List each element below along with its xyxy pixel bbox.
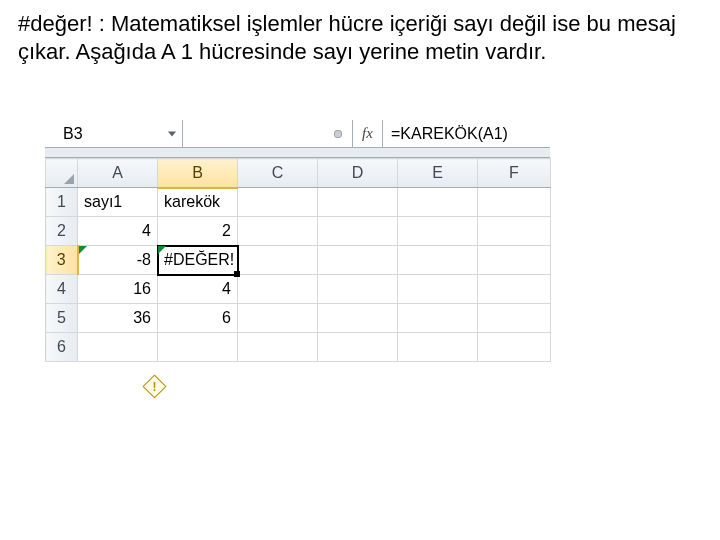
select-all-corner[interactable] — [46, 159, 78, 188]
cell-B6[interactable] — [158, 333, 238, 362]
table-row: 4 16 4 — [46, 275, 551, 304]
cell-F1[interactable] — [478, 188, 551, 217]
cell-C3[interactable] — [238, 246, 318, 275]
row-header-3[interactable]: 3 — [46, 246, 78, 275]
error-triangle-icon — [158, 246, 166, 254]
name-formula-bar: B3 fx =KAREKÖK(A1) — [45, 120, 550, 148]
cell-E1[interactable] — [398, 188, 478, 217]
name-box-value: B3 — [63, 125, 83, 143]
name-box-dropdown-icon[interactable] — [168, 131, 176, 136]
cell-D5[interactable] — [318, 304, 398, 333]
col-header-E[interactable]: E — [398, 159, 478, 188]
cell-E3[interactable] — [398, 246, 478, 275]
cell-A2[interactable]: 4 — [78, 217, 158, 246]
row-header-1[interactable]: 1 — [46, 188, 78, 217]
table-row: 3 -8 #DEĞER! — [46, 246, 551, 275]
warning-diamond-icon: ! — [142, 374, 166, 398]
cell-C1[interactable] — [238, 188, 318, 217]
cell-E5[interactable] — [398, 304, 478, 333]
row-header-6[interactable]: 6 — [46, 333, 78, 362]
col-header-D[interactable]: D — [318, 159, 398, 188]
name-box[interactable]: B3 — [45, 120, 183, 147]
col-header-B[interactable]: B — [158, 159, 238, 188]
error-smart-tag[interactable]: ! — [143, 375, 165, 397]
cell-F4[interactable] — [478, 275, 551, 304]
cell-D1[interactable] — [318, 188, 398, 217]
explanatory-caption: #değer! : Matematiksel işlemler hücre iç… — [0, 0, 720, 66]
cell-A6[interactable] — [78, 333, 158, 362]
cell-B5[interactable]: 6 — [158, 304, 238, 333]
formula-bar-controls — [183, 120, 353, 147]
cell-C6[interactable] — [238, 333, 318, 362]
table-row: 6 — [46, 333, 551, 362]
cell-B1[interactable]: karekök — [158, 188, 238, 217]
formula-confirm-icon[interactable] — [334, 130, 342, 138]
cell-F6[interactable] — [478, 333, 551, 362]
cell-E4[interactable] — [398, 275, 478, 304]
cell-A3-value: -8 — [137, 251, 151, 268]
cell-A5[interactable]: 36 — [78, 304, 158, 333]
table-row: 2 4 2 — [46, 217, 551, 246]
cell-B3-value: #DEĞER! — [164, 251, 234, 268]
row-header-4[interactable]: 4 — [46, 275, 78, 304]
cell-A4[interactable]: 16 — [78, 275, 158, 304]
cell-B2[interactable]: 2 — [158, 217, 238, 246]
cell-A1[interactable]: sayı1 — [78, 188, 158, 217]
cell-E2[interactable] — [398, 217, 478, 246]
select-all-icon — [64, 174, 74, 184]
cell-D2[interactable] — [318, 217, 398, 246]
cell-F5[interactable] — [478, 304, 551, 333]
cell-F3[interactable] — [478, 246, 551, 275]
cell-C5[interactable] — [238, 304, 318, 333]
cell-D6[interactable] — [318, 333, 398, 362]
cell-A3[interactable]: -8 — [78, 246, 158, 275]
table-row: 1 sayı1 karekök — [46, 188, 551, 217]
formula-bar-input[interactable]: =KAREKÖK(A1) — [383, 120, 550, 147]
insert-function-button[interactable]: fx — [353, 120, 383, 147]
worksheet-grid[interactable]: A B C D E F 1 sayı1 karekök 2 4 2 — [45, 158, 551, 362]
col-header-A[interactable]: A — [78, 159, 158, 188]
cell-C4[interactable] — [238, 275, 318, 304]
toolbar-divider — [45, 148, 550, 158]
cell-F2[interactable] — [478, 217, 551, 246]
cell-D4[interactable] — [318, 275, 398, 304]
table-row: 5 36 6 — [46, 304, 551, 333]
cell-B3[interactable]: #DEĞER! — [158, 246, 238, 275]
spreadsheet-screenshot: B3 fx =KAREKÖK(A1) A B C D E F 1 — [45, 120, 550, 362]
column-header-row: A B C D E F — [46, 159, 551, 188]
row-header-5[interactable]: 5 — [46, 304, 78, 333]
cell-E6[interactable] — [398, 333, 478, 362]
col-header-F[interactable]: F — [478, 159, 551, 188]
error-triangle-icon — [79, 246, 87, 254]
row-header-2[interactable]: 2 — [46, 217, 78, 246]
cell-C2[interactable] — [238, 217, 318, 246]
cell-D3[interactable] — [318, 246, 398, 275]
col-header-C[interactable]: C — [238, 159, 318, 188]
cell-B4[interactable]: 4 — [158, 275, 238, 304]
